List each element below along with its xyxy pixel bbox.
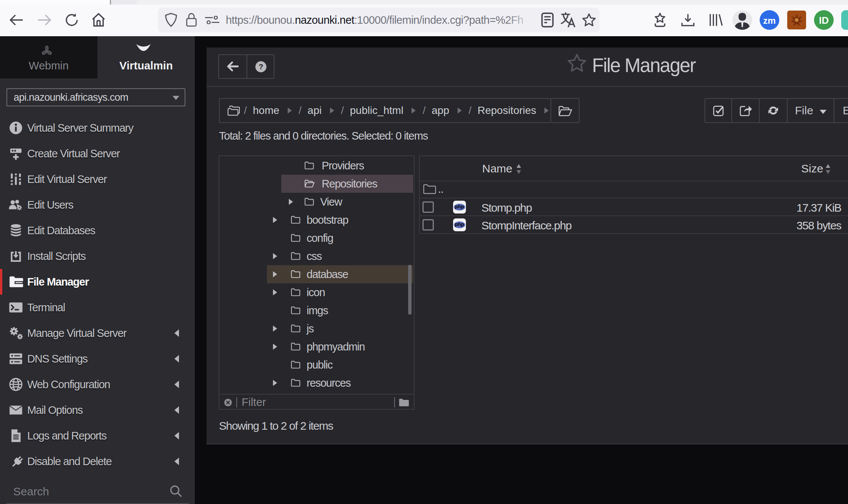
svg-text:ID: ID: [819, 15, 829, 26]
svg-text:?: ?: [259, 63, 263, 71]
svg-text:zm: zm: [763, 15, 776, 26]
